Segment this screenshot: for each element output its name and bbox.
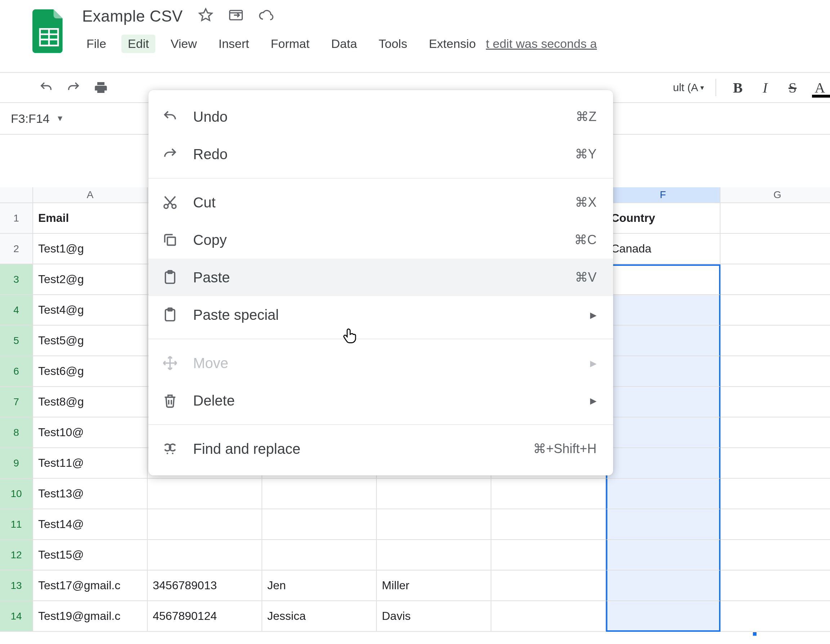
selection-handle-icon[interactable] [752,631,757,636]
cell-F10[interactable] [606,479,721,509]
font-selector[interactable]: ult (A▾ [673,81,704,93]
column-header-G[interactable]: G [721,187,830,203]
undo-button[interactable] [36,78,56,98]
cell-G11[interactable] [721,509,830,540]
row-header-10[interactable]: 10 [0,479,33,509]
cell-E12[interactable] [491,540,606,571]
name-box[interactable]: F3:F14 ▼ [0,112,107,126]
menu-edit[interactable]: Edit [121,35,156,53]
menu-file[interactable]: File [80,35,113,53]
menu-tools[interactable]: Tools [372,35,413,53]
cell-E13[interactable] [491,571,606,601]
italic-button[interactable]: I [755,79,775,96]
menu-item-paste-special[interactable]: Paste special▸ [149,296,613,334]
cell-E11[interactable] [491,509,606,540]
cell-E10[interactable] [491,479,606,509]
menu-item-redo[interactable]: Redo⌘Y [149,135,613,173]
cell-G2[interactable] [721,234,830,264]
cell-D10[interactable] [377,479,491,509]
cell-F5[interactable] [606,326,721,356]
print-button[interactable] [91,78,111,98]
cell-F7[interactable] [606,387,721,418]
menu-item-paste[interactable]: Paste⌘V [149,259,613,296]
cell-A5[interactable]: Test5@g [33,326,148,356]
sheets-logo-icon[interactable] [32,9,66,53]
cell-B13[interactable]: 3456789013 [148,571,262,601]
cell-C13[interactable]: Jen [262,571,377,601]
cell-A12[interactable]: Test15@ [33,540,148,571]
cell-G10[interactable] [721,479,830,509]
menu-item-copy[interactable]: Copy⌘C [149,221,613,259]
cell-F13[interactable] [606,571,721,601]
move-to-folder-icon[interactable] [228,7,244,25]
cell-D13[interactable]: Miller [377,571,491,601]
cell-F2[interactable]: Canada [606,234,721,264]
cell-A10[interactable]: Test13@ [33,479,148,509]
row-header-9[interactable]: 9 [0,448,33,479]
cell-B12[interactable] [148,540,262,571]
row-header-2[interactable]: 2 [0,234,33,264]
menu-item-undo[interactable]: Undo⌘Z [149,98,613,135]
cell-B11[interactable] [148,509,262,540]
cell-G5[interactable] [721,326,830,356]
cell-A4[interactable]: Test4@g [33,295,148,326]
row-header-5[interactable]: 5 [0,326,33,356]
cell-G13[interactable] [721,571,830,601]
cell-G6[interactable] [721,356,830,387]
menu-format[interactable]: Format [265,35,316,53]
row-header-14[interactable]: 14 [0,601,33,632]
row-header-8[interactable]: 8 [0,418,33,448]
menu-item-cut[interactable]: Cut⌘X [149,184,613,221]
cell-F1[interactable]: Country [606,203,721,234]
column-header-A[interactable]: A [33,187,148,203]
cloud-status-icon[interactable] [258,7,274,25]
row-header-4[interactable]: 4 [0,295,33,326]
row-header-13[interactable]: 13 [0,571,33,601]
text-color-button[interactable]: A [810,79,830,96]
menu-item-delete[interactable]: Delete▸ [149,382,613,419]
menu-item-find-and-replace[interactable]: Find and replace⌘+Shift+H [149,430,613,467]
select-all-corner[interactable] [0,187,33,203]
cell-F6[interactable] [606,356,721,387]
cell-F4[interactable] [606,295,721,326]
bold-button[interactable]: B [728,79,748,96]
cell-F9[interactable] [606,448,721,479]
cell-D11[interactable] [377,509,491,540]
cell-F14[interactable] [606,601,721,632]
cell-C11[interactable] [262,509,377,540]
cell-A13[interactable]: Test17@gmail.c [33,571,148,601]
star-icon[interactable] [198,7,214,25]
cell-D14[interactable]: Davis [377,601,491,632]
cell-B14[interactable]: 4567890124 [148,601,262,632]
column-header-F[interactable]: F [606,187,721,203]
menu-extensions[interactable]: Extensio [422,35,475,53]
cell-A14[interactable]: Test19@gmail.c [33,601,148,632]
cell-G8[interactable] [721,418,830,448]
cell-A1[interactable]: Email [33,203,148,234]
cell-F8[interactable] [606,418,721,448]
cell-A8[interactable]: Test10@ [33,418,148,448]
cell-G1[interactable] [721,203,830,234]
cell-C14[interactable]: Jessica [262,601,377,632]
cell-G4[interactable] [721,295,830,326]
cell-G9[interactable] [721,448,830,479]
row-header-12[interactable]: 12 [0,540,33,571]
row-header-6[interactable]: 6 [0,356,33,387]
cell-A9[interactable]: Test11@ [33,448,148,479]
cell-A11[interactable]: Test14@ [33,509,148,540]
cell-G14[interactable] [721,601,830,632]
last-edit-link[interactable]: t edit was seconds a [486,37,597,51]
cell-B10[interactable] [148,479,262,509]
cell-F11[interactable] [606,509,721,540]
row-header-3[interactable]: 3 [0,264,33,295]
menu-view[interactable]: View [164,35,203,53]
cell-G7[interactable] [721,387,830,418]
cell-C12[interactable] [262,540,377,571]
cell-F3[interactable] [606,264,721,295]
cell-A6[interactable]: Test6@g [33,356,148,387]
row-header-7[interactable]: 7 [0,387,33,418]
menu-insert[interactable]: Insert [212,35,255,53]
strikethrough-button[interactable]: S [782,79,803,96]
row-header-11[interactable]: 11 [0,509,33,540]
cell-E14[interactable] [491,601,606,632]
